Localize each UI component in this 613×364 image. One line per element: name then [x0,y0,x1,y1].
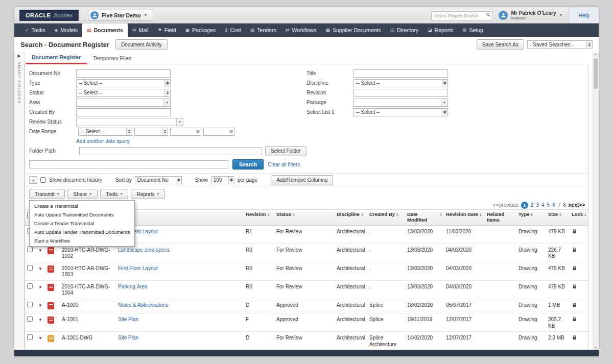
nav-item[interactable]: ▤ Documents [82,23,128,37]
nav-item[interactable]: ▣ Packages [181,23,221,37]
help-link[interactable]: Help [569,7,599,23]
pagination-page[interactable]: 8 [563,202,566,208]
calendar-icon[interactable]: ▦ [195,129,201,134]
document-link[interactable]: Site Plan [118,317,138,322]
transmit-menu-item[interactable]: Start a Workflow [30,236,134,245]
lock-icon[interactable] [572,266,577,272]
type-select[interactable]: -- Select -- [76,79,171,87]
transmit-button[interactable]: Transmit▼ [29,189,65,199]
collapse-search-button[interactable]: ▲ [29,176,37,184]
combo-dropdown-icon[interactable]: ▼ [163,99,170,106]
row-expand-arrow-icon[interactable]: ▼ [38,318,42,322]
nav-item[interactable]: ◫ Directory [386,23,423,37]
row-expand-arrow-icon[interactable]: ▼ [38,266,42,271]
document-activity-button[interactable]: Document Activity [115,39,167,50]
lock-icon[interactable] [572,285,577,290]
transmit-menu-item[interactable]: Create a Tender Transmittal [30,219,134,228]
document-link[interactable]: Site Plan [118,335,138,341]
cross-project-search-input[interactable] [431,11,492,20]
add-date-query-link[interactable]: Add another date query [76,138,130,144]
pagination-page[interactable]: 7 [558,202,561,208]
show-document-history-checkbox[interactable] [40,177,46,183]
discipline-select[interactable]: -- Select -- [353,79,448,87]
date-range-operator-select[interactable] [134,128,168,136]
folder-path-input[interactable] [79,147,262,155]
status-select[interactable]: -- Select -- [76,89,171,97]
nav-item[interactable]: ⚑ Field [153,23,181,37]
vertical-scrollbar[interactable]: ▲ ▼ [593,52,599,350]
project-selector[interactable]: Five Star Demo ▼ [88,10,153,21]
tools-button[interactable]: Tools▼ [100,189,128,199]
header-related-items[interactable]: Related Items [485,210,516,226]
share-button[interactable]: Share▼ [67,189,98,199]
nav-item[interactable]: ◈ Models [50,23,82,37]
search-button[interactable]: Search [232,159,264,169]
add-remove-columns-button[interactable]: Add/Remove Columns [271,175,333,185]
scroll-up-icon[interactable]: ▲ [594,53,597,56]
user-menu[interactable]: Mr Patrick O'Leary Majestic ▼ [499,10,562,20]
date-range-select[interactable]: -- Select -- [78,128,132,136]
nav-item[interactable]: ◪ Reports [423,23,458,37]
pagination-page[interactable]: 6 [552,202,555,208]
lock-icon[interactable] [572,318,577,323]
row-checkbox[interactable] [27,265,33,271]
scrollbar-thumb[interactable] [594,58,598,89]
pagination-page[interactable]: 3 [536,202,539,208]
row-checkbox[interactable] [27,247,33,252]
lock-icon[interactable] [572,230,577,235]
row-checkbox[interactable] [27,316,33,322]
header-size[interactable]: Size [546,210,570,226]
reports-button[interactable]: Reports▼ [131,189,165,199]
select-list-1-select[interactable]: -- Select -- [353,108,448,116]
document-link[interactable]: Landscape area specs [118,247,170,253]
select-folder-button[interactable]: Select Folder [265,146,306,156]
saved-searches-select[interactable]: - Saved Searches - [527,40,593,48]
combo-dropdown-icon[interactable]: ▼ [441,99,447,106]
header-title[interactable]: Title [116,210,244,226]
tab-temporary-files[interactable]: Temporary Files [87,53,137,64]
row-checkbox[interactable] [27,334,33,340]
scroll-down-icon[interactable]: ▼ [594,346,597,349]
revision-input[interactable] [353,89,448,97]
per-page-select[interactable]: 100 [211,176,234,184]
row-expand-arrow-icon[interactable]: ▼ [38,285,42,289]
document-no-input[interactable] [76,69,171,78]
row-checkbox[interactable] [27,283,33,289]
lock-icon[interactable] [572,336,577,342]
header-date-modified[interactable]: Date Modified [405,210,444,226]
pagination-page[interactable]: 1 [521,202,528,209]
clear-all-filters-link[interactable]: Clear all filters [268,162,300,167]
nav-item[interactable]: ▦ Supplier Documents [321,23,385,37]
date-to-input[interactable] [204,128,228,135]
pagination-next[interactable]: next>> [569,202,585,208]
transmit-menu-item[interactable]: Create a Transmittal [30,202,134,210]
row-expand-arrow-icon[interactable]: ▼ [38,336,42,341]
document-link[interactable]: First Floor Layout [118,265,158,271]
row-expand-arrow-icon[interactable]: ▼ [38,303,42,308]
keyword-search-input[interactable] [29,160,228,168]
area-combo[interactable]: ▼ [76,99,171,107]
document-link[interactable]: Parking Area [118,284,147,289]
date-from-input[interactable] [171,128,195,135]
transmit-menu-item[interactable]: Auto Update Tender Transmitted Documents [30,228,134,236]
review-status-combo[interactable]: ▼ [76,118,183,126]
save-search-as-button[interactable]: Save Search As [477,39,524,50]
header-lock[interactable]: Lock [570,210,588,226]
pagination-page[interactable]: 4 [541,202,545,208]
combo-dropdown-icon[interactable]: ▼ [176,118,183,126]
nav-item[interactable]: ⇄ Workflows [281,23,321,37]
row-checkbox[interactable] [27,302,33,307]
header-discipline[interactable]: Discipline [335,210,367,226]
created-by-input[interactable] [76,108,171,116]
nav-item[interactable]: $ Cost [220,23,246,37]
header-revision-date[interactable]: Revision Date [444,210,485,226]
title-input[interactable] [353,69,448,78]
header-revision[interactable]: Revision [244,210,274,226]
lock-icon[interactable] [572,303,577,309]
row-expand-arrow-icon[interactable]: ▼ [38,248,42,253]
header-created-by[interactable]: Created By [367,210,405,226]
sort-by-select[interactable]: Document No [135,176,182,184]
pagination-previous[interactable]: <<previous [493,202,518,208]
nav-item[interactable]: ✉ Mail [128,23,153,37]
tab-document-register[interactable]: Document Register [26,52,87,64]
